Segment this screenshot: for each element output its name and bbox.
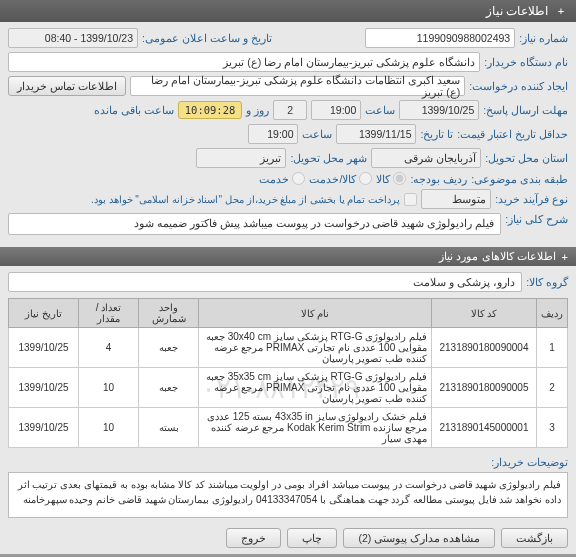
table-header-row: ردیف کد کالا نام کالا واحد شمارش تعداد /… — [9, 299, 568, 328]
radio-mixed-input — [359, 172, 372, 185]
lbl-main-desc: شرح کلی نیاز: — [505, 213, 568, 225]
days-remain-field: 2 — [273, 100, 307, 120]
deadline-time-field: 19:00 — [311, 100, 361, 120]
lbl-city: شهر محل تحویل: — [290, 152, 367, 164]
th-unit: واحد شمارش — [139, 299, 199, 328]
th-qty: تعداد / مقدار — [79, 299, 139, 328]
cell-name: فیلم خشک رادیولوژی سایز 43x35 in بسته 12… — [199, 408, 432, 448]
lbl-purchase-type: نوع فرآیند خرید: — [495, 193, 568, 205]
province-field: آذربایجان شرقی — [371, 148, 481, 168]
lbl-buyer-org: نام دستگاه خریدار: — [484, 56, 568, 68]
titlebar: + اطلاعات نیاز — [0, 0, 576, 22]
lbl-goods-group: گروه کالا: — [526, 276, 568, 288]
treasury-checkbox — [404, 193, 417, 206]
lbl-budget-row: ردیف بودجه: — [410, 173, 467, 185]
goods-table-wrap: ۰۲۱-۸۸۱۲۴۲۹۰ ردیف کد کالا نام کالا واحد … — [8, 298, 568, 448]
th-code: کد کالا — [432, 299, 537, 328]
table-row[interactable]: 22131890180090005فیلم رادیولوژی RTG-G پز… — [9, 368, 568, 408]
lbl-deadline: مهلت ارسال پاسخ: — [483, 104, 568, 116]
purchase-type-field: متوسط — [421, 189, 491, 209]
cell-unit: جعبه — [139, 328, 199, 368]
main-desc-field: فیلم رادیولوژی شهید قاضی درخواست در پیوس… — [8, 213, 501, 235]
th-date: تاریخ نیاز — [9, 299, 79, 328]
radio-service-label: خدمت — [259, 173, 289, 185]
th-name: نام کالا — [199, 299, 432, 328]
cell-qty: 10 — [79, 368, 139, 408]
radio-mixed-label: کالا/خدمت — [309, 173, 356, 185]
deadline-date-field: 1399/10/25 — [399, 100, 479, 120]
goods-group-field: دارو، پزشکی و سلامت — [8, 272, 522, 292]
cell-qty: 4 — [79, 328, 139, 368]
radio-goods-label: کالا — [376, 173, 390, 185]
cell-qty: 10 — [79, 408, 139, 448]
footer-buttons: بازگشت مشاهده مدارک پیوستی (2) چاپ خروج — [0, 522, 576, 554]
exit-button[interactable]: خروج — [226, 528, 281, 548]
cell-n: 3 — [537, 408, 568, 448]
table-row[interactable]: 12131890180090004فیلم رادیولوژی RTG-G پز… — [9, 328, 568, 368]
purchase-note: پرداخت تمام یا بخشی از مبلغ خرید،از محل … — [91, 194, 400, 205]
lbl-until: تا تاریخ: — [420, 128, 453, 140]
cell-name: فیلم رادیولوژی RTG-G پزشکی سایز 30x40 cm… — [199, 328, 432, 368]
cell-code: 2131890180090004 — [432, 328, 537, 368]
cell-n: 1 — [537, 328, 568, 368]
city-field: تبریز — [196, 148, 286, 168]
lbl-remain: ساعت باقی مانده — [94, 104, 174, 116]
lbl-time2: ساعت — [302, 128, 332, 140]
buyer-org-field: دانشگاه علوم پزشکی تبریز-بیمارستان امام … — [8, 52, 480, 72]
expand-icon[interactable]: + — [554, 4, 568, 18]
goods-section-header: + اطلاعات کالاهای مورد نیاز — [0, 247, 576, 266]
cell-code: 2131890145000001 — [432, 408, 537, 448]
cell-unit: جعبه — [139, 368, 199, 408]
goods-table: ردیف کد کالا نام کالا واحد شمارش تعداد /… — [8, 298, 568, 448]
print-button[interactable]: چاپ — [287, 528, 337, 548]
cell-n: 2 — [537, 368, 568, 408]
radio-service: خدمت — [259, 172, 305, 185]
radio-mixed: کالا/خدمت — [309, 172, 372, 185]
lbl-day: روز و — [246, 104, 269, 116]
countdown-badge: 10:09:28 — [178, 101, 243, 119]
lbl-province: استان محل تحویل: — [485, 152, 568, 164]
radio-goods-input — [393, 172, 406, 185]
radio-goods: کالا — [376, 172, 406, 185]
cell-code: 2131890180090005 — [432, 368, 537, 408]
creator-field: سعید اکبری انتظامات دانشگاه علوم پزشکی ت… — [130, 76, 465, 96]
cell-unit: بسته — [139, 408, 199, 448]
window-title: اطلاعات نیاز — [486, 4, 548, 18]
need-no-field: 1199090988002493 — [365, 28, 515, 48]
attachments-button[interactable]: مشاهده مدارک پیوستی (2) — [343, 528, 495, 548]
th-n: ردیف — [537, 299, 568, 328]
lbl-budget-class: طبقه بندی موضوعی: — [471, 173, 568, 185]
cell-name: فیلم رادیولوژی RTG-G پزشکی سایز 35x35 cm… — [199, 368, 432, 408]
radio-service-input — [292, 172, 305, 185]
lbl-need-no: شماره نیاز: — [519, 32, 568, 44]
until-date-field: 1399/11/15 — [336, 124, 416, 144]
lbl-pub-datetime: تاریخ و ساعت اعلان عمومی: — [142, 32, 272, 44]
back-button[interactable]: بازگشت — [501, 528, 568, 548]
expand-icon-2[interactable]: + — [562, 251, 568, 263]
buyer-notes-box: فیلم رادیولوژی شهید قاضی درخواست در پیوس… — [8, 472, 568, 518]
until-time-field: 19:00 — [248, 124, 298, 144]
table-row[interactable]: 32131890145000001فیلم خشک رادیولوژی سایز… — [9, 408, 568, 448]
cell-date: 1399/10/25 — [9, 408, 79, 448]
lbl-buyer-notes: توضیحات خریدار: — [491, 456, 568, 468]
pub-datetime-field: 1399/10/23 - 08:40 — [8, 28, 138, 48]
cell-date: 1399/10/25 — [9, 368, 79, 408]
goods-section-title: اطلاعات کالاهای مورد نیاز — [439, 250, 555, 263]
lbl-min-valid: حداقل تاریخ اعتبار قیمت: — [457, 128, 568, 140]
contact-button[interactable]: اطلاعات تماس خریدار — [8, 76, 126, 96]
lbl-time1: ساعت — [365, 104, 395, 116]
lbl-creator: ایجاد کننده درخواست: — [469, 80, 568, 92]
cell-date: 1399/10/25 — [9, 328, 79, 368]
